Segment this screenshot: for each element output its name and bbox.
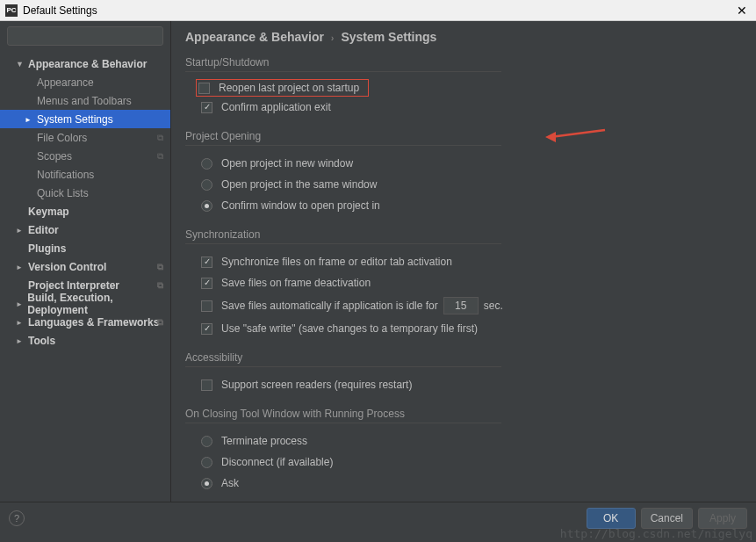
content: Appearance & BehaviorAppearanceMenus and… xyxy=(0,21,756,504)
sidebar-item-label: Languages & Frameworks xyxy=(28,316,159,329)
window-title: Default Settings xyxy=(23,4,733,17)
apply-button[interactable]: Apply xyxy=(698,508,747,529)
sidebar-item-label: Editor xyxy=(28,224,59,236)
section-title: Startup/Shutdown xyxy=(185,56,501,72)
section-closing-tool-window: On Closing Tool Window with Running Proc… xyxy=(185,408,742,494)
sidebar-item-label: Appearance xyxy=(37,76,94,89)
annotation-arrow-icon xyxy=(545,126,607,146)
project-scope-icon: ⧉ xyxy=(157,151,163,162)
sidebar-item-plugins[interactable]: Plugins xyxy=(0,239,170,257)
ask-label: Ask xyxy=(221,477,239,489)
titlebar: PC Default Settings ✕ xyxy=(0,0,756,21)
save-idle-checkbox[interactable] xyxy=(201,300,212,312)
search-wrap xyxy=(0,21,170,51)
sidebar-item-menus-and-toolbars[interactable]: Menus and Toolbars xyxy=(0,91,170,110)
sidebar-item-languages-frameworks[interactable]: Languages & Frameworks⧉ xyxy=(0,313,170,331)
cancel-button[interactable]: Cancel xyxy=(641,508,693,529)
section-accessibility: Accessibility Support screen readers (re… xyxy=(185,351,742,395)
section-title: Accessibility xyxy=(185,351,501,367)
sidebar-item-tools[interactable]: Tools xyxy=(0,331,170,350)
screen-readers-label: Support screen readers (requires restart… xyxy=(221,379,412,391)
sidebar-item-appearance-behavior[interactable]: Appearance & Behavior xyxy=(0,54,170,73)
sidebar-item-editor[interactable]: Editor xyxy=(0,220,170,239)
open-new-window-radio[interactable] xyxy=(201,158,212,170)
chevron-right-icon[interactable] xyxy=(16,226,25,235)
sync-activation-label: Synchronize files on frame or editor tab… xyxy=(221,256,452,268)
idle-seconds-input[interactable] xyxy=(443,297,479,314)
disconnect-radio[interactable] xyxy=(201,457,212,468)
confirm-exit-label: Confirm application exit xyxy=(221,101,331,113)
section-title: Synchronization xyxy=(185,228,501,244)
ask-radio[interactable] xyxy=(201,478,212,489)
section-startup: Startup/Shutdown Reopen last project on … xyxy=(185,56,742,118)
sidebar-item-system-settings[interactable]: System Settings xyxy=(0,110,170,128)
sidebar-item-label: Project Interpreter xyxy=(28,279,119,292)
save-deactivation-label: Save files on frame deactivation xyxy=(221,277,371,289)
sync-activation-checkbox[interactable] xyxy=(201,257,212,268)
open-same-window-radio[interactable] xyxy=(201,179,212,191)
sidebar-item-label: Notifications xyxy=(37,169,94,181)
chevron-right-icon[interactable] xyxy=(25,115,33,124)
confirm-window-radio[interactable] xyxy=(201,200,212,212)
section-project-opening: Project Opening Open project in new wind… xyxy=(185,130,742,216)
sidebar-item-quick-lists[interactable]: Quick Lists xyxy=(0,184,170,202)
ok-button[interactable]: OK xyxy=(587,508,636,529)
close-icon[interactable]: ✕ xyxy=(733,4,751,18)
chevron-down-icon[interactable] xyxy=(16,60,25,69)
sidebar: Appearance & BehaviorAppearanceMenus and… xyxy=(0,21,171,504)
reopen-label: Reopen last project on startup xyxy=(219,82,359,94)
highlight-reopen: Reopen last project on startup xyxy=(196,79,369,97)
sidebar-item-label: Plugins xyxy=(28,242,66,255)
sidebar-item-version-control[interactable]: Version Control⧉ xyxy=(0,257,170,276)
sidebar-item-label: File Colors xyxy=(37,132,87,144)
section-title: Project Opening xyxy=(185,130,501,146)
safe-write-checkbox[interactable] xyxy=(201,323,212,335)
section-title: On Closing Tool Window with Running Proc… xyxy=(185,408,501,423)
chevron-right-icon[interactable] xyxy=(16,336,25,345)
app-icon: PC xyxy=(5,4,18,17)
breadcrumb-part: System Settings xyxy=(341,30,436,44)
terminate-label: Terminate process xyxy=(221,435,307,447)
project-scope-icon: ⧉ xyxy=(157,133,163,143)
sidebar-item-label: Tools xyxy=(28,335,55,347)
sidebar-item-label: Keymap xyxy=(28,206,69,218)
chevron-right-icon[interactable] xyxy=(16,318,25,327)
sidebar-item-build-execution-deployment[interactable]: Build, Execution, Deployment xyxy=(0,294,170,313)
breadcrumb-part[interactable]: Appearance & Behavior xyxy=(185,30,324,44)
sidebar-item-label: Quick Lists xyxy=(37,187,89,199)
help-icon[interactable]: ? xyxy=(9,510,25,526)
breadcrumb-separator: › xyxy=(331,33,335,43)
project-scope-icon: ⧉ xyxy=(157,262,163,272)
sidebar-item-appearance[interactable]: Appearance xyxy=(0,73,170,91)
sidebar-item-label: Version Control xyxy=(28,261,106,273)
terminate-radio[interactable] xyxy=(201,436,212,447)
svg-marker-3 xyxy=(545,132,556,142)
safe-write-label: Use "safe write" (save changes to a temp… xyxy=(221,322,478,335)
chevron-right-icon[interactable] xyxy=(16,263,25,271)
save-deactivation-checkbox[interactable] xyxy=(201,278,212,289)
reopen-checkbox[interactable] xyxy=(198,83,210,94)
save-idle-label: Save files automatically if application … xyxy=(221,300,438,312)
sidebar-item-label: Appearance & Behavior xyxy=(28,58,147,70)
sidebar-item-label: Scopes xyxy=(37,150,72,163)
sidebar-item-scopes[interactable]: Scopes⧉ xyxy=(0,147,170,165)
disconnect-label: Disconnect (if available) xyxy=(221,456,333,468)
search-input[interactable] xyxy=(7,26,163,46)
project-scope-icon: ⧉ xyxy=(157,280,163,291)
chevron-right-icon[interactable] xyxy=(16,300,24,308)
sidebar-item-file-colors[interactable]: File Colors⧉ xyxy=(0,128,170,147)
project-scope-icon: ⧉ xyxy=(157,317,163,328)
breadcrumb: Appearance & Behavior › System Settings xyxy=(185,30,742,44)
section-synchronization: Synchronization Synchronize files on fra… xyxy=(185,228,742,339)
idle-suffix: sec. xyxy=(484,300,503,312)
sidebar-item-notifications[interactable]: Notifications xyxy=(0,165,170,184)
sidebar-item-label: Menus and Toolbars xyxy=(37,95,132,107)
settings-tree: Appearance & BehaviorAppearanceMenus and… xyxy=(0,51,170,350)
confirm-window-label: Confirm window to open project in xyxy=(221,199,380,212)
sidebar-item-label: System Settings xyxy=(37,113,113,126)
svg-line-2 xyxy=(551,130,605,137)
sidebar-item-keymap[interactable]: Keymap xyxy=(0,202,170,220)
confirm-exit-checkbox[interactable] xyxy=(201,102,212,113)
open-same-window-label: Open project in the same window xyxy=(221,178,377,191)
screen-readers-checkbox[interactable] xyxy=(201,379,212,391)
